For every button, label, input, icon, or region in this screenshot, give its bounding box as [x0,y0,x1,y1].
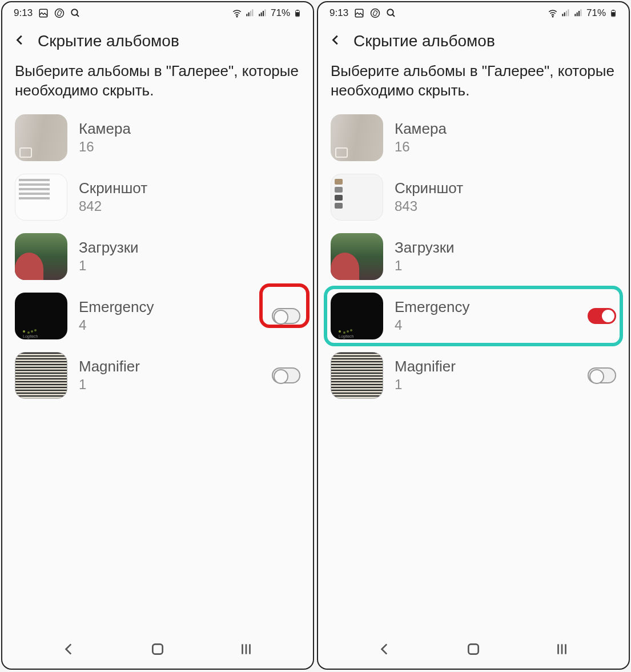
album-screenshot[interactable]: Скриншот 843 [331,171,616,223]
svg-rect-5 [246,14,247,16]
album-list: Камера 16 Скриншот 842 Загрузки 1 Emerge… [2,112,313,409]
nav-home[interactable] [466,642,481,659]
svg-rect-9 [259,14,260,16]
description: Выберите альбомы в "Галерее", которые не… [2,56,313,112]
page-title: Скрытие альбомов [38,32,179,50]
svg-rect-7 [250,11,251,16]
album-count: 843 [395,198,616,214]
signal1-icon [561,9,570,18]
album-count: 1 [395,377,576,393]
status-time: 9:13 [329,7,348,19]
nav-recent[interactable] [239,642,254,659]
album-magnifier[interactable]: Magnifier 1 [15,350,300,401]
wifi-icon [232,8,242,18]
album-name: Emergency [395,298,576,316]
status-time: 9:13 [14,7,33,19]
svg-rect-30 [577,13,578,17]
album-downloads[interactable]: Загрузки 1 [331,231,616,282]
album-count: 4 [395,317,576,333]
svg-rect-10 [261,13,262,17]
header: Скрытие альбомов [318,24,629,56]
nav-back[interactable] [62,642,77,659]
battery-percent: 71% [271,7,290,19]
signal2-icon [574,9,583,18]
album-count: 1 [79,377,260,393]
search-icon [70,8,81,18]
svg-rect-28 [568,9,569,16]
shazam-icon [370,8,380,18]
svg-point-4 [236,16,238,17]
status-bar: 9:13 71% [2,2,313,24]
album-count: 16 [79,139,300,155]
album-info: Камера 16 [395,120,616,155]
album-info: Загрузки 1 [79,239,300,274]
album-screenshot[interactable]: Скриншот 842 [15,171,300,223]
svg-rect-32 [580,9,581,16]
album-info: Скриншот 842 [79,179,300,214]
album-thumb [15,114,67,161]
phone-left: 9:13 71% [1,1,314,670]
search-icon [386,8,396,18]
album-name: Скриншот [79,179,300,197]
svg-point-1 [55,9,64,18]
album-info: Скриншот 843 [395,179,616,214]
back-button[interactable] [329,34,342,49]
back-button[interactable] [14,34,26,49]
svg-rect-35 [612,10,614,10]
album-info: Загрузки 1 [395,239,616,274]
toggle-magnifier[interactable] [272,367,300,383]
nav-back[interactable] [377,642,392,659]
svg-rect-36 [468,644,478,654]
svg-rect-25 [562,14,563,16]
album-info: Magnifier 1 [395,358,576,393]
svg-point-21 [371,9,380,18]
signal1-icon [246,9,255,18]
battery-icon [294,7,302,19]
gallery-icon [354,8,364,18]
album-list: Камера 16 Скриншот 843 Загрузки 1 Emerge… [318,112,629,409]
battery-icon [609,7,617,19]
album-name: Камера [395,120,616,138]
album-thumb [331,114,383,161]
battery-percent: 71% [586,7,606,19]
svg-rect-6 [248,13,250,17]
album-emergency[interactable]: Emergency 4 [15,290,300,342]
album-thumb [331,352,383,399]
album-name: Загрузки [395,239,616,257]
album-camera[interactable]: Камера 16 [15,112,300,163]
svg-rect-27 [566,11,567,16]
toggle-emergency[interactable] [588,308,616,324]
album-camera[interactable]: Камера 16 [331,112,616,163]
svg-point-24 [552,16,553,17]
nav-recent[interactable] [554,642,569,659]
toggle-magnifier[interactable] [588,367,616,383]
album-magnifier[interactable]: Magnifier 1 [331,350,616,401]
svg-rect-26 [564,13,565,17]
header: Скрытие альбомов [2,24,313,56]
album-count: 4 [79,317,260,333]
svg-rect-15 [296,10,299,10]
album-name: Скриншот [395,179,616,197]
nav-home[interactable] [150,642,165,659]
album-thumb [331,233,383,280]
album-downloads[interactable]: Загрузки 1 [15,231,300,282]
wifi-icon [548,8,558,18]
svg-line-3 [77,14,79,17]
svg-point-2 [71,9,78,15]
android-nav [2,632,313,669]
svg-rect-34 [612,12,615,16]
album-thumb [331,174,383,221]
status-left: 9:13 [14,7,81,19]
toggle-emergency[interactable] [272,308,300,324]
svg-rect-8 [252,9,253,16]
album-thumb [15,233,67,280]
status-left: 9:13 [329,7,396,19]
album-thumb [15,174,67,221]
album-name: Magnifier [79,358,260,375]
svg-rect-16 [152,644,162,654]
svg-rect-29 [574,14,576,16]
album-name: Камера [79,120,300,138]
album-emergency[interactable]: Emergency 4 [331,290,616,342]
album-count: 1 [79,258,300,274]
status-right: 71% [232,7,302,19]
